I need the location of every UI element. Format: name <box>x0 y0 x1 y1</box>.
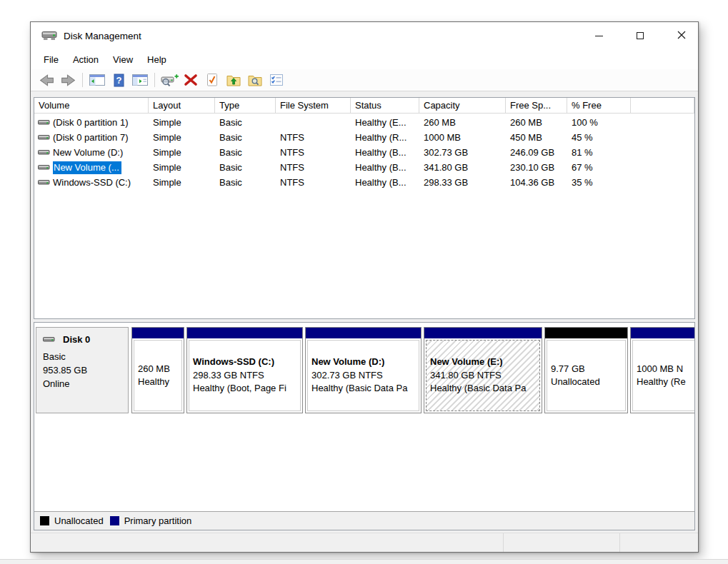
column-header-free[interactable]: % Free <box>567 98 631 113</box>
minimize-button[interactable] <box>582 22 615 49</box>
maximize-icon <box>637 32 644 39</box>
toolbar-delete-volume-button[interactable] <box>181 71 201 89</box>
toolbar-explore-folder-button[interactable] <box>245 71 265 89</box>
cell-type: Basic <box>215 147 276 158</box>
partition-body: New Volume (E:)341.80 GB NTFSHealthy (Ba… <box>426 340 540 411</box>
forward-icon <box>60 74 76 87</box>
primary-partition-bar <box>631 328 694 338</box>
column-header-capacity[interactable]: Capacity <box>419 98 506 113</box>
cell-capacity: 298.33 GB <box>419 177 506 188</box>
partition-size-line: 341.80 GB NTFS <box>430 369 539 383</box>
column-header-file-system[interactable]: File System <box>276 98 351 113</box>
toolbar-show-console-tree-button[interactable] <box>87 71 107 89</box>
status-cell-1 <box>503 533 619 552</box>
partition-size-line: 1000 MB N <box>637 363 694 376</box>
toolbar: ? <box>31 69 698 91</box>
volume-row-new-volume-d[interactable]: New Volume (D:)SimpleBasicNTFSHealthy (B… <box>34 145 694 160</box>
legend-bar: UnallocatedPrimary partition <box>34 511 694 530</box>
column-header-type[interactable]: Type <box>215 98 276 113</box>
page-bottom-edge <box>0 559 728 564</box>
toolbar-rescan-disks-button[interactable] <box>159 71 179 89</box>
partition-title: Windows-SSD (C:) <box>193 356 300 369</box>
cell-free: 246.09 GB <box>506 147 567 158</box>
disk-row: Disk 0 Basic 953.85 GB Online 260 MBHeal… <box>34 323 694 511</box>
partition-size-line: 260 MB <box>138 363 181 376</box>
toolbar-forward-button[interactable] <box>58 71 78 89</box>
volume-list-header: VolumeLayoutTypeFile SystemStatusCapacit… <box>34 98 694 114</box>
view-tasks-icon <box>269 74 284 86</box>
window-title: Disk Management <box>64 31 141 41</box>
partition-body: 9.77 GBUnallocated <box>547 340 626 411</box>
volume-drive-icon <box>38 163 50 171</box>
cell-pct: 100 % <box>567 117 631 128</box>
primary-partition-bar <box>306 328 421 338</box>
volume-drive-icon <box>38 134 50 141</box>
toolbar-view-tasks-button[interactable] <box>266 71 286 89</box>
cell-layout: Simple <box>149 132 215 143</box>
menu-help[interactable]: Help <box>140 51 174 68</box>
partition-size-line: 302.73 GB NTFS <box>311 369 419 383</box>
legend-label: Primary partition <box>124 515 192 526</box>
column-header-free-sp[interactable]: Free Sp... <box>506 98 567 113</box>
partition-block-unallocated-4[interactable]: 9.77 GBUnallocated <box>544 327 628 413</box>
status-cell-2 <box>619 533 698 552</box>
unallocated-partition-bar <box>545 328 627 338</box>
toolbar-back-button[interactable] <box>36 71 56 89</box>
volume-drive-icon <box>38 178 50 186</box>
partition-block-windows-ssd-c[interactable]: Windows-SSD (C:)298.33 GB NTFSHealthy (B… <box>186 327 303 413</box>
disk-drive-app-icon <box>41 30 57 42</box>
volume-row-new-volume[interactable]: New Volume (...SimpleBasicNTFSHealthy (B… <box>34 160 694 175</box>
toolbar-check-properties-button[interactable] <box>202 71 222 89</box>
volume-cell: New Volume (D:) <box>34 147 149 158</box>
cell-free: 230.10 GB <box>506 162 567 173</box>
partition-block-new-volume-e[interactable]: New Volume (E:)341.80 GB NTFSHealthy (Ba… <box>424 327 542 413</box>
volume-label: New Volume (D:) <box>53 147 123 158</box>
menu-action[interactable]: Action <box>66 51 106 68</box>
maximize-button[interactable] <box>624 22 657 49</box>
partition-size-line: 298.33 GB NTFS <box>193 369 300 383</box>
partition-title: New Volume (E:) <box>430 356 539 369</box>
partition-status-line: Healthy (Boot, Page Fi <box>193 382 300 396</box>
partition-status-line: Healthy (Re <box>637 376 694 389</box>
toolbar-separator <box>82 73 83 87</box>
partition-block-healthy-0[interactable]: 260 MBHealthy <box>131 327 184 413</box>
close-button[interactable] <box>665 22 698 49</box>
show-action-pane-icon <box>131 74 149 86</box>
cell-capacity: 1000 MB <box>419 132 506 143</box>
volume-cell: Windows-SSD (C:) <box>34 177 149 188</box>
explore-folder-icon <box>247 74 263 87</box>
column-header-volume[interactable]: Volume <box>34 98 149 113</box>
volume-row-disk-0-partition-1[interactable]: (Disk 0 partition 1)SimpleBasicHealthy (… <box>34 115 694 130</box>
volume-row-windows-ssd-c[interactable]: Windows-SSD (C:)SimpleBasicNTFSHealthy (… <box>34 175 694 190</box>
cell-free: 104.36 GB <box>506 177 567 188</box>
volume-row-disk-0-partition-7[interactable]: (Disk 0 partition 7)SimpleBasicNTFSHealt… <box>34 130 694 145</box>
volume-cell: (Disk 0 partition 7) <box>34 132 149 143</box>
menu-file[interactable]: File <box>36 51 66 68</box>
cell-type: Basic <box>215 117 276 128</box>
close-icon <box>677 29 686 42</box>
cell-capacity: 302.73 GB <box>419 147 506 158</box>
graphical-view-panel: Disk 0 Basic 953.85 GB Online 260 MBHeal… <box>34 322 695 530</box>
partition-strip: 260 MBHealthyWindows-SSD (C:)298.33 GB N… <box>131 327 694 413</box>
partition-status-line: Unallocated <box>551 376 625 389</box>
menu-view[interactable]: View <box>106 51 140 68</box>
legend-label: Unallocated <box>54 515 104 526</box>
partition-size-line: 9.77 GB <box>551 363 625 376</box>
cell-fs: NTFS <box>276 132 351 143</box>
disk-status: Online <box>43 377 128 391</box>
partition-block-healthy-re-5[interactable]: 1000 MB NHealthy (Re <box>630 327 694 413</box>
partition-block-new-volume-d[interactable]: New Volume (D:)302.73 GB NTFSHealthy (Ba… <box>305 327 422 413</box>
volume-cell: New Volume (... <box>34 161 149 174</box>
disk0-label-panel[interactable]: Disk 0 Basic 953.85 GB Online <box>36 327 129 413</box>
column-header-layout[interactable]: Layout <box>149 98 215 113</box>
column-header-status[interactable]: Status <box>351 98 419 113</box>
cell-layout: Simple <box>149 162 215 173</box>
toolbar-help-button[interactable]: ? <box>109 71 129 89</box>
cell-layout: Simple <box>149 147 215 158</box>
title-bar[interactable]: Disk Management <box>31 22 698 49</box>
volume-list-panel: VolumeLayoutTypeFile SystemStatusCapacit… <box>34 97 695 319</box>
open-folder-icon <box>226 74 241 87</box>
toolbar-open-folder-button[interactable] <box>224 71 244 89</box>
cell-status: Healthy (R... <box>351 132 419 143</box>
toolbar-show-action-pane-button[interactable] <box>130 71 150 89</box>
